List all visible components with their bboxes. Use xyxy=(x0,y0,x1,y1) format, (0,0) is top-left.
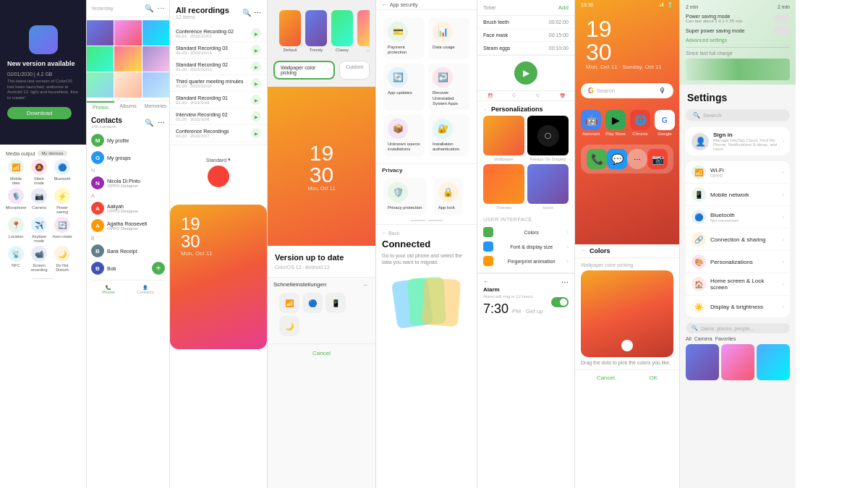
recording-item[interactable]: Conference Recording 02 00:24 · 2022/10/… xyxy=(170,25,267,42)
nav-timer[interactable]: ⏱ xyxy=(512,93,516,98)
google-mic-icon[interactable]: 🎙 xyxy=(659,87,666,95)
photo-5[interactable] xyxy=(114,46,141,72)
recording-item[interactable]: Third quarter meeting minutes 01:20 · 20… xyxy=(170,75,267,92)
setting-display[interactable]: ☀️ Display & brightness › xyxy=(686,296,790,317)
cancel-label[interactable]: Cancel xyxy=(312,350,331,356)
more-icon[interactable]: ⋯ xyxy=(158,4,165,12)
theme-default[interactable]: Default xyxy=(279,10,301,52)
dock-phone-icon[interactable]: 📞 xyxy=(587,149,607,169)
download-button[interactable]: Download xyxy=(7,107,72,119)
strip-photo-3[interactable] xyxy=(757,344,790,380)
recordings-more-icon[interactable]: ⋯ xyxy=(254,9,261,17)
photo-1[interactable] xyxy=(87,20,114,46)
nav-contacts[interactable]: 👤Contacts xyxy=(137,285,154,294)
qs-power-save[interactable]: ⚡ Power saving xyxy=(52,188,72,214)
app-lock[interactable]: 🔒 App lock xyxy=(434,178,463,215)
advanced-settings-link[interactable]: Advanced settings xyxy=(686,36,790,44)
color-ok-button[interactable]: OK xyxy=(650,374,658,381)
qs-nfc[interactable]: 📡 NFC xyxy=(6,246,26,272)
photo-4[interactable] xyxy=(87,46,114,72)
qs-silent[interactable]: 🔕 Silent mode xyxy=(29,159,49,185)
color-cancel-button[interactable]: Cancel xyxy=(597,374,615,381)
ui-colors[interactable]: Colors › xyxy=(483,225,569,239)
power-save-toggle[interactable] xyxy=(774,14,790,23)
wp-cell-3[interactable]: Themes xyxy=(483,164,524,210)
rec-play-6[interactable]: ▶ xyxy=(251,111,261,121)
places-search[interactable]: 🔍 Dams, places, people... xyxy=(686,323,790,333)
contact-agatha[interactable]: A Agatha Roosevelt OPPO Designer xyxy=(91,217,165,234)
security-recover[interactable]: ↩️ Recover Uninstalled System Apps xyxy=(428,63,469,111)
contact-nicola[interactable]: N Nicola Di Pinto OPPO Designer xyxy=(91,174,165,192)
contact-bank[interactable]: B Bank Receipt xyxy=(91,242,165,260)
photo-9[interactable] xyxy=(142,72,169,98)
rec-play-4[interactable]: ▶ xyxy=(251,78,261,88)
nav-alarm[interactable]: ⏰ xyxy=(488,93,493,98)
dock-camera-icon[interactable]: 📷 xyxy=(647,149,668,169)
wp-cell-4[interactable]: Icons xyxy=(527,164,569,210)
ui-font[interactable]: Font & display size › xyxy=(483,239,569,254)
photo-2[interactable] xyxy=(114,20,141,46)
toggle-wifi[interactable]: 📶 xyxy=(279,293,299,313)
rec-play-3[interactable]: ▶ xyxy=(251,61,261,72)
tab-all[interactable]: All xyxy=(686,336,692,341)
photo-3[interactable] xyxy=(142,20,169,46)
photo-7[interactable] xyxy=(87,72,114,98)
colors-back-icon[interactable]: ← xyxy=(581,247,587,254)
tab-favorites[interactable]: Favorites xyxy=(715,336,736,341)
qs-bluetooth[interactable]: 🔵 Bluetooth xyxy=(52,159,72,185)
qs-mic[interactable]: 🎙️ Microphone xyxy=(6,188,26,214)
task-brush[interactable]: Brush teeth 00:02:00 xyxy=(477,16,574,29)
rec-play-5[interactable]: ▶ xyxy=(251,95,261,105)
rec-play-1[interactable]: ▶ xyxy=(251,28,261,38)
search-icon[interactable]: 🔍 xyxy=(145,4,153,12)
theme-trendy[interactable]: Trendy xyxy=(305,10,327,52)
pers-back-icon[interactable]: ← xyxy=(483,107,488,112)
tab-memories[interactable]: Memories xyxy=(142,101,169,112)
app-assistant[interactable]: 🤖 Assistant xyxy=(581,110,601,136)
security-install-auth[interactable]: 🔐 Installation authentication xyxy=(428,114,469,156)
settings-search[interactable]: 🔍 Search xyxy=(686,109,790,121)
security-unknown[interactable]: 📦 Unknown source installations xyxy=(383,114,425,156)
contacts-more-icon[interactable]: ⋯ xyxy=(158,119,165,127)
security-payment[interactable]: 💳 Payment protection xyxy=(383,17,425,59)
wp-cell-1[interactable]: Wallpaper xyxy=(483,116,524,161)
qs-screen-rec[interactable]: 📹 Screen recording xyxy=(29,246,49,272)
qs-mobile-data[interactable]: 📶 Mobile data xyxy=(6,159,26,185)
setting-bluetooth[interactable]: 🔵 Bluetooth Not connected › xyxy=(686,206,790,228)
setting-connection[interactable]: 🔗 Connection & sharing › xyxy=(686,228,790,251)
ui-fingerprint[interactable]: Fingerprint animation › xyxy=(483,254,569,268)
back-icon[interactable]: ← xyxy=(382,2,387,7)
tab-albums[interactable]: Albums xyxy=(114,101,142,112)
security-app-updates[interactable]: 🔄 App updates xyxy=(383,63,425,111)
privacy-protection[interactable]: 🛡️ Privacy protection xyxy=(383,178,427,215)
app-chrome[interactable]: 🌐 Chrome xyxy=(630,110,650,136)
tab-photos[interactable]: Photos xyxy=(87,101,114,112)
record-mode-dropdown[interactable]: Standard ▾ xyxy=(200,154,237,166)
sign-in-section[interactable]: 👤 Sign in Manage HeyTap Cloud, Find My P… xyxy=(686,127,790,155)
qs-airplane[interactable]: ✈️ Airplane mode xyxy=(29,217,49,243)
color-picker-dot[interactable] xyxy=(621,340,633,351)
qs-camera[interactable]: 📷 Camera xyxy=(29,188,49,214)
rec-play-2[interactable]: ▶ xyxy=(251,45,261,55)
task-eggs[interactable]: Steam eggs 00:10:00 xyxy=(477,42,574,55)
contact-bob[interactable]: B Bob + xyxy=(91,260,165,277)
photo-6[interactable] xyxy=(142,46,169,72)
qs-location[interactable]: 📍 Location xyxy=(6,217,26,243)
app-google[interactable]: G Google xyxy=(655,110,675,136)
alarm-back-icon[interactable]: ← xyxy=(483,278,489,286)
recording-item[interactable]: Standard Recording 02 01:20 · 2021/10/11… xyxy=(170,59,267,75)
setting-wifi[interactable]: 📶 Wi-Fi OPPO › xyxy=(686,161,790,184)
add-timer-button[interactable]: Add xyxy=(558,4,569,11)
contact-aaliyah[interactable]: A Aaliyah OPPO Designer xyxy=(91,200,165,217)
rec-play-7[interactable]: ▶ xyxy=(251,128,261,138)
alarm-more-icon[interactable]: ⋯ xyxy=(561,278,569,286)
dock-messages-icon[interactable]: 💬 xyxy=(607,149,627,169)
setting-mobile[interactable]: 📱 Mobile network › xyxy=(686,184,790,206)
recordings-search-icon[interactable]: 🔍 xyxy=(242,9,251,17)
strip-photo-2[interactable] xyxy=(721,344,754,380)
qs-rotate[interactable]: 🔄 Auto rotate xyxy=(52,217,72,243)
recording-item[interactable]: Standard Recording 01 01:20 · 2022/10/9 … xyxy=(170,92,267,108)
nav-phone[interactable]: 📞Phone xyxy=(102,285,114,294)
wallpaper-color-picking-option[interactable]: Wallpaper color picking xyxy=(273,61,335,80)
contact-my-groups[interactable]: G My groups xyxy=(91,149,165,166)
